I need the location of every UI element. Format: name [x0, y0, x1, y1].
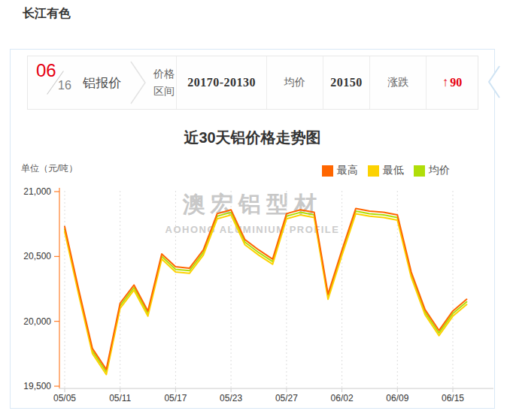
series-line-low [65, 213, 466, 374]
quote-product-label: 铝报价 [79, 56, 126, 109]
page: 长江有色 06 16 铝报价 价格 区间 20170-20130 均价 2015… [0, 0, 510, 420]
y-axis-label: 20,000 [23, 316, 51, 327]
quote-date-day: 16 [58, 79, 71, 92]
x-axis-label: 05/23 [220, 393, 242, 403]
y-axis-label: 20,500 [23, 251, 51, 261]
x-axis-label: 06/15 [442, 393, 464, 403]
series-line-avg [65, 211, 466, 372]
x-axis-label: 05/17 [164, 393, 187, 403]
price-trend-chart: 05/0505/1105/1705/2305/2706/0206/0906/15… [11, 159, 494, 408]
chart-title: 近30天铝价格走势图 [11, 128, 494, 148]
quote-date-month: 06 [36, 60, 56, 81]
x-axis-label: 06/09 [386, 393, 408, 403]
series-line-high [65, 208, 466, 369]
change-amount: 90 [450, 76, 462, 89]
up-arrow-icon: ↑ [442, 75, 449, 90]
price-range-value: 20170-20130 [176, 56, 266, 109]
content-panel: 06 16 铝报价 价格 区间 20170-20130 均价 20150 涨跌 … [10, 49, 495, 409]
chevron-right-icon [126, 56, 152, 109]
x-axis-label: 06/02 [331, 393, 354, 403]
quote-bar: 06 16 铝报价 价格 区间 20170-20130 均价 20150 涨跌 … [27, 56, 478, 110]
x-axis-label: 05/11 [109, 393, 131, 403]
panel-collapse-handle[interactable] [485, 65, 502, 102]
page-title: 长江有色 [23, 6, 71, 22]
y-axis-label: 19,500 [23, 381, 51, 391]
change-label: 涨跌 [369, 56, 426, 109]
x-axis-label: 05/05 [53, 393, 76, 403]
x-axis-label: 05/27 [275, 393, 298, 403]
y-axis-label: 21,000 [23, 186, 51, 197]
average-price-value: 20150 [323, 56, 370, 109]
price-range-label: 价格 区间 [151, 56, 176, 109]
quote-date: 06 16 [28, 56, 79, 109]
average-price-label: 均价 [266, 56, 323, 109]
change-value: ↑ 90 [426, 56, 478, 109]
